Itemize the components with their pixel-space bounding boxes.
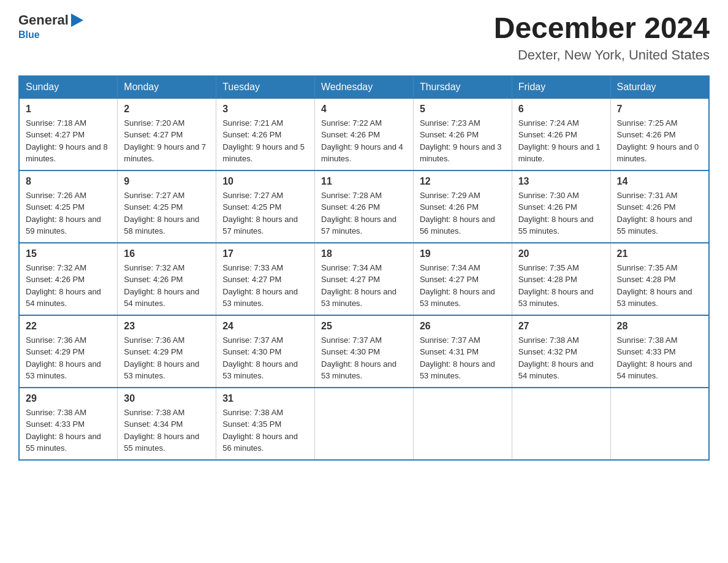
table-row: 1Sunrise: 7:18 AMSunset: 4:27 PMDaylight… (19, 98, 118, 170)
logo-arrow-icon (71, 13, 83, 27)
day-info: Sunrise: 7:32 AMSunset: 4:26 PMDaylight:… (26, 262, 111, 310)
table-row: 6Sunrise: 7:24 AMSunset: 4:26 PMDaylight… (512, 98, 610, 170)
day-info: Sunrise: 7:38 AMSunset: 4:32 PMDaylight:… (518, 334, 604, 382)
table-row: 13Sunrise: 7:30 AMSunset: 4:26 PMDayligh… (512, 170, 610, 243)
table-row: 24Sunrise: 7:37 AMSunset: 4:30 PMDayligh… (216, 315, 315, 388)
day-number: 15 (26, 248, 111, 259)
day-info: Sunrise: 7:25 AMSunset: 4:26 PMDaylight:… (617, 117, 702, 165)
header-saturday: Saturday (610, 76, 709, 98)
calendar-week-row: 29Sunrise: 7:38 AMSunset: 4:33 PMDayligh… (19, 388, 709, 460)
day-number: 11 (321, 176, 407, 187)
logo-text: General (18, 12, 83, 28)
day-info: Sunrise: 7:37 AMSunset: 4:31 PMDaylight:… (420, 334, 506, 382)
table-row: 20Sunrise: 7:35 AMSunset: 4:28 PMDayligh… (512, 243, 610, 315)
day-info: Sunrise: 7:23 AMSunset: 4:26 PMDaylight:… (420, 117, 506, 165)
table-row (512, 388, 610, 460)
day-number: 5 (420, 104, 506, 115)
day-number: 1 (26, 104, 111, 115)
table-row: 9Sunrise: 7:27 AMSunset: 4:25 PMDaylight… (118, 170, 216, 243)
day-info: Sunrise: 7:33 AMSunset: 4:27 PMDaylight:… (222, 262, 308, 310)
day-info: Sunrise: 7:35 AMSunset: 4:28 PMDaylight:… (617, 262, 702, 310)
day-info: Sunrise: 7:21 AMSunset: 4:26 PMDaylight:… (222, 117, 308, 165)
calendar-week-row: 22Sunrise: 7:36 AMSunset: 4:29 PMDayligh… (19, 315, 709, 388)
day-info: Sunrise: 7:24 AMSunset: 4:26 PMDaylight:… (518, 117, 604, 165)
table-row: 18Sunrise: 7:34 AMSunset: 4:27 PMDayligh… (315, 243, 414, 315)
day-number: 20 (518, 248, 604, 259)
table-row: 16Sunrise: 7:32 AMSunset: 4:26 PMDayligh… (118, 243, 216, 315)
logo-general: General (18, 12, 69, 28)
logo-subtitle: Blue (18, 29, 40, 40)
table-row: 5Sunrise: 7:23 AMSunset: 4:26 PMDaylight… (413, 98, 512, 170)
table-row: 26Sunrise: 7:37 AMSunset: 4:31 PMDayligh… (413, 315, 512, 388)
header-thursday: Thursday (413, 76, 512, 98)
table-row: 29Sunrise: 7:38 AMSunset: 4:33 PMDayligh… (19, 388, 118, 460)
table-row: 10Sunrise: 7:27 AMSunset: 4:25 PMDayligh… (216, 170, 315, 243)
table-row: 30Sunrise: 7:38 AMSunset: 4:34 PMDayligh… (118, 388, 216, 460)
table-row: 23Sunrise: 7:36 AMSunset: 4:29 PMDayligh… (118, 315, 216, 388)
day-number: 31 (222, 393, 308, 404)
month-title: December 2024 (494, 12, 710, 45)
table-row: 4Sunrise: 7:22 AMSunset: 4:26 PMDaylight… (315, 98, 414, 170)
day-info: Sunrise: 7:37 AMSunset: 4:30 PMDaylight:… (222, 334, 308, 382)
table-row: 8Sunrise: 7:26 AMSunset: 4:25 PMDaylight… (19, 170, 118, 243)
day-number: 19 (420, 248, 506, 259)
table-row: 28Sunrise: 7:38 AMSunset: 4:33 PMDayligh… (610, 315, 709, 388)
table-row (413, 388, 512, 460)
day-info: Sunrise: 7:38 AMSunset: 4:35 PMDaylight:… (222, 407, 308, 454)
day-number: 23 (124, 321, 210, 332)
logo: General Blue (18, 12, 83, 40)
table-row: 31Sunrise: 7:38 AMSunset: 4:35 PMDayligh… (216, 388, 315, 460)
day-info: Sunrise: 7:27 AMSunset: 4:25 PMDaylight:… (124, 190, 210, 237)
location: Dexter, New York, United States (494, 47, 710, 63)
day-info: Sunrise: 7:34 AMSunset: 4:27 PMDaylight:… (321, 262, 407, 310)
day-number: 12 (420, 176, 506, 187)
day-info: Sunrise: 7:18 AMSunset: 4:27 PMDaylight:… (26, 117, 111, 165)
calendar-header-row: Sunday Monday Tuesday Wednesday Thursday… (19, 76, 709, 98)
table-row (610, 388, 709, 460)
day-info: Sunrise: 7:29 AMSunset: 4:26 PMDaylight:… (420, 190, 506, 237)
table-row: 7Sunrise: 7:25 AMSunset: 4:26 PMDaylight… (610, 98, 709, 170)
day-number: 16 (124, 248, 210, 259)
day-info: Sunrise: 7:37 AMSunset: 4:30 PMDaylight:… (321, 334, 407, 382)
day-number: 3 (222, 104, 308, 115)
table-row: 22Sunrise: 7:36 AMSunset: 4:29 PMDayligh… (19, 315, 118, 388)
table-row: 15Sunrise: 7:32 AMSunset: 4:26 PMDayligh… (19, 243, 118, 315)
table-row: 2Sunrise: 7:20 AMSunset: 4:27 PMDaylight… (118, 98, 216, 170)
table-row: 21Sunrise: 7:35 AMSunset: 4:28 PMDayligh… (610, 243, 709, 315)
day-number: 2 (124, 104, 210, 115)
day-number: 25 (321, 321, 407, 332)
day-number: 22 (26, 321, 111, 332)
day-number: 14 (617, 176, 702, 187)
day-number: 10 (222, 176, 308, 187)
day-number: 6 (518, 104, 604, 115)
calendar-table: Sunday Monday Tuesday Wednesday Thursday… (18, 75, 710, 461)
day-number: 13 (518, 176, 604, 187)
day-number: 7 (617, 104, 702, 115)
table-row: 11Sunrise: 7:28 AMSunset: 4:26 PMDayligh… (315, 170, 414, 243)
header-sunday: Sunday (19, 76, 118, 98)
title-area: December 2024 Dexter, New York, United S… (494, 12, 710, 63)
day-info: Sunrise: 7:38 AMSunset: 4:33 PMDaylight:… (26, 407, 111, 454)
table-row: 25Sunrise: 7:37 AMSunset: 4:30 PMDayligh… (315, 315, 414, 388)
day-info: Sunrise: 7:36 AMSunset: 4:29 PMDaylight:… (124, 334, 210, 382)
table-row: 3Sunrise: 7:21 AMSunset: 4:26 PMDaylight… (216, 98, 315, 170)
day-info: Sunrise: 7:28 AMSunset: 4:26 PMDaylight:… (321, 190, 407, 237)
day-number: 8 (26, 176, 111, 187)
calendar-week-row: 15Sunrise: 7:32 AMSunset: 4:26 PMDayligh… (19, 243, 709, 315)
day-info: Sunrise: 7:32 AMSunset: 4:26 PMDaylight:… (124, 262, 210, 310)
day-info: Sunrise: 7:30 AMSunset: 4:26 PMDaylight:… (518, 190, 604, 237)
header-friday: Friday (512, 76, 610, 98)
table-row: 27Sunrise: 7:38 AMSunset: 4:32 PMDayligh… (512, 315, 610, 388)
table-row: 14Sunrise: 7:31 AMSunset: 4:26 PMDayligh… (610, 170, 709, 243)
day-number: 29 (26, 393, 111, 404)
day-number: 28 (617, 321, 702, 332)
header-tuesday: Tuesday (216, 76, 315, 98)
day-number: 24 (222, 321, 308, 332)
day-info: Sunrise: 7:27 AMSunset: 4:25 PMDaylight:… (222, 190, 308, 237)
day-info: Sunrise: 7:36 AMSunset: 4:29 PMDaylight:… (26, 334, 111, 382)
day-number: 4 (321, 104, 407, 115)
header-monday: Monday (118, 76, 216, 98)
day-info: Sunrise: 7:38 AMSunset: 4:33 PMDaylight:… (617, 334, 702, 382)
day-number: 17 (222, 248, 308, 259)
calendar-week-row: 1Sunrise: 7:18 AMSunset: 4:27 PMDaylight… (19, 98, 709, 170)
